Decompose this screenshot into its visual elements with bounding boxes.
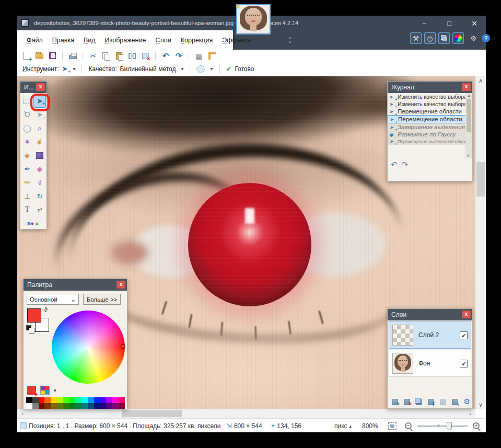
menu-image[interactable]: Изображение xyxy=(101,35,150,46)
color-swatch[interactable] xyxy=(57,397,63,403)
pan-tool-tool-button[interactable]: ☛ xyxy=(33,135,46,148)
palette-panel-header[interactable]: Палитра x xyxy=(24,279,127,291)
settings-button[interactable]: ⚙ xyxy=(468,32,479,44)
history-item[interactable]: ◆Размытие по Гауссу xyxy=(388,131,472,138)
color-swatch[interactable] xyxy=(81,403,88,409)
history-item[interactable]: ➤+Изменить качество выбора xyxy=(388,100,472,108)
resize-grip-icon[interactable]: ⋰ xyxy=(479,425,485,432)
zoom-to-window-icon[interactable] xyxy=(388,422,397,430)
add-color-button[interactable] xyxy=(27,386,36,395)
recolor-tool-button[interactable]: ↻ xyxy=(33,189,46,203)
history-toggle-button[interactable]: ◷ xyxy=(424,32,436,44)
layer-row-layer2[interactable]: Слой 2 ✔ xyxy=(389,321,471,349)
background-visibility-checkbox[interactable]: ✔ xyxy=(460,360,468,367)
layer-row-background[interactable]: Фон ✔ xyxy=(389,350,471,377)
color-swatch[interactable] xyxy=(112,403,119,409)
active-image-tab[interactable]: ✳ xyxy=(236,4,271,35)
history-undo-icon[interactable]: ↶ xyxy=(391,160,398,169)
magic-wand-tool-button[interactable]: ✶ xyxy=(21,135,33,148)
undo-button[interactable]: ↶ xyxy=(161,52,170,60)
menu-adjustments[interactable]: Коррекция xyxy=(177,35,217,46)
help-button[interactable]: ? xyxy=(480,32,492,44)
horizontal-scroll-thumb[interactable] xyxy=(122,410,182,417)
menu-view[interactable]: Вид xyxy=(79,35,100,46)
close-button[interactable]: ✕ xyxy=(465,18,483,29)
scroll-down-icon[interactable]: ∨ xyxy=(476,401,485,408)
scroll-left-icon[interactable]: ‹ xyxy=(18,410,27,417)
scroll-up-icon[interactable]: ∧ xyxy=(476,77,485,84)
colors-toggle-button[interactable] xyxy=(452,32,464,44)
text-tool-tool-button[interactable]: T xyxy=(21,203,33,216)
history-redo-icon[interactable]: ↷ xyxy=(402,160,409,169)
palette-mode-select[interactable]: Основной⌄ xyxy=(27,294,79,305)
print-button[interactable] xyxy=(68,52,77,60)
history-item[interactable]: ➤+Перемещение области xyxy=(388,108,472,115)
color-wheel[interactable] xyxy=(52,311,125,384)
history-item[interactable]: ➤+Завершение выделения xyxy=(388,123,472,131)
status-units[interactable]: пикс xyxy=(334,422,347,430)
color-swatch[interactable] xyxy=(119,397,125,403)
paintbrush-tool-button[interactable]: ✒ xyxy=(21,162,33,176)
quality-value[interactable]: Билинейный метод xyxy=(120,65,176,73)
copy-button[interactable] xyxy=(101,52,111,60)
color-swatch[interactable] xyxy=(81,397,88,403)
history-item[interactable]: ➤+Перемещение выделенной области xyxy=(388,138,472,145)
history-scroll-thumb[interactable] xyxy=(467,99,471,132)
tools-panel-close-icon[interactable]: x xyxy=(36,83,45,91)
vertical-scroll-thumb[interactable] xyxy=(476,162,485,197)
color-swatch[interactable] xyxy=(51,403,57,409)
color-swatch[interactable] xyxy=(39,403,45,409)
minimize-button[interactable]: – xyxy=(415,18,433,29)
palette-more-button[interactable]: Больше >> xyxy=(83,294,121,305)
color-swatch[interactable] xyxy=(44,403,51,409)
paste-button[interactable] xyxy=(114,52,124,60)
tools-toggle-button[interactable]: ⚒ xyxy=(410,32,422,44)
color-swatch[interactable] xyxy=(26,403,32,409)
finish-label[interactable]: Готово xyxy=(235,65,254,73)
palette-presets-caret-icon[interactable]: ▾ xyxy=(54,388,56,393)
zoom-slider-thumb[interactable] xyxy=(447,422,452,430)
new-file-button[interactable] xyxy=(21,52,31,60)
color-swatch[interactable] xyxy=(44,397,51,403)
finish-check-icon[interactable]: ✔ xyxy=(226,65,232,73)
layers-panel-header[interactable]: Слои x xyxy=(388,309,472,320)
history-panel-header[interactable]: Журнал x xyxy=(388,82,472,93)
menu-edit[interactable]: Правка xyxy=(48,35,78,46)
color-swatch[interactable] xyxy=(63,397,69,403)
color-swatch[interactable] xyxy=(32,403,39,409)
history-panel-close-icon[interactable]: x xyxy=(462,83,471,91)
current-tool-icon[interactable]: ➤+ xyxy=(62,65,68,73)
color-swatch[interactable] xyxy=(88,397,94,403)
eraser-tool-button[interactable]: ◆ xyxy=(33,162,46,176)
palette-panel-close-icon[interactable]: x xyxy=(116,281,125,289)
history-item[interactable]: ➤+Перемещение области xyxy=(388,115,472,123)
layer2-visibility-checkbox[interactable]: ✔ xyxy=(460,331,468,339)
selection-mode-caret-icon[interactable]: ▾ xyxy=(210,66,213,72)
image-list-chevron-icon[interactable]: ⌄⌄ xyxy=(285,35,295,45)
color-swatch[interactable] xyxy=(94,397,100,403)
color-swatch[interactable] xyxy=(106,403,112,409)
status-zoom-level[interactable]: 800% xyxy=(362,422,378,430)
color-swatch[interactable] xyxy=(88,403,94,409)
color-swatch[interactable] xyxy=(75,403,81,409)
color-wheel-marker[interactable] xyxy=(121,344,125,349)
color-swatch[interactable] xyxy=(32,397,39,403)
move-layer-up-button[interactable]: → xyxy=(438,397,448,406)
history-scroll-down-icon[interactable]: ▾ xyxy=(467,153,469,158)
color-swatch[interactable] xyxy=(112,397,119,403)
color-swatch[interactable] xyxy=(100,403,107,409)
delete-layer-button[interactable]: × xyxy=(402,397,412,406)
zoom-tool-tool-button[interactable]: ⌕ xyxy=(33,121,46,135)
history-scrollbar[interactable]: ▴ ▾ xyxy=(465,93,472,158)
pencil-tool-button[interactable]: ✏ xyxy=(21,176,33,189)
primary-color-swatch[interactable] xyxy=(27,308,41,323)
color-swatch[interactable] xyxy=(69,403,76,409)
selection-mode-icon[interactable] xyxy=(196,65,205,73)
menu-file[interactable]: Файл xyxy=(22,35,47,46)
layers-toggle-button[interactable] xyxy=(438,32,450,44)
move-layer-down-button[interactable]: ↓ xyxy=(450,397,460,406)
color-swatch[interactable] xyxy=(94,403,100,409)
deselect-button[interactable] xyxy=(141,52,150,60)
units-caret-icon[interactable]: ▴ xyxy=(349,423,352,429)
color-swatch[interactable] xyxy=(69,397,76,403)
